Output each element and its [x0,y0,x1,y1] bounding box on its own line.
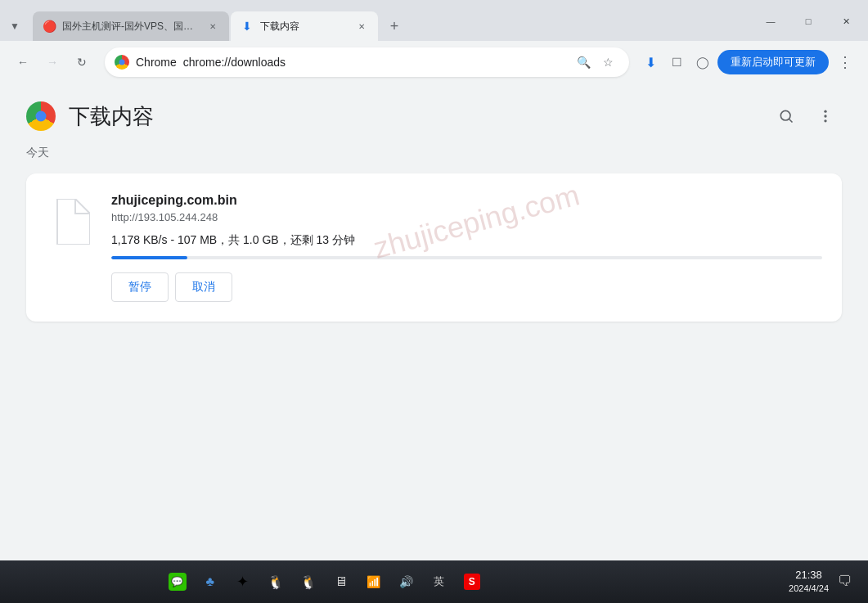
download-status: 1,178 KB/s - 107 MB，共 1.0 GB，还剩 13 分钟 [111,233,822,248]
pause-button[interactable]: 暂停 [111,272,169,302]
chrome-logo-small [115,55,129,70]
tab-active-2[interactable]: ⬇ 下载内容 ✕ [231,11,378,41]
progress-bar-fill [111,256,187,259]
wechat-icon[interactable]: 💬 [166,570,189,593]
tab-inactive-1[interactable]: 🔴 国外主机测评-国外VPS、国外... ✕ [33,11,229,41]
svg-point-0 [780,110,790,120]
taskbar-right: 21:38 2024/4/24 🗨 [789,568,855,596]
minimize-button[interactable]: — [752,8,789,34]
sparkle-icon[interactable]: ✦ [232,570,254,593]
progress-bar-container [111,256,822,259]
file-icon [46,193,95,250]
volume-icon[interactable]: 🔊 [395,570,418,593]
tab-title-2: 下载内容 [260,20,349,34]
svg-point-2 [824,110,826,113]
svg-line-1 [789,119,793,123]
new-tab-button[interactable]: + [383,15,406,38]
file-name: zhujiceping.com.bin [111,193,822,208]
display-icon[interactable]: 🖥 [330,570,353,593]
wifi-icon[interactable]: 📶 [362,570,385,593]
download-info: zhujiceping.com.bin http://193.105.244.2… [111,193,822,302]
page-header-right [770,100,842,133]
chrome-label: Chrome [136,56,177,69]
qq-icon-1[interactable]: 🐧 [264,570,287,593]
language-icon[interactable]: 英 [428,570,451,593]
address-bar-icons: 🔍 ☆ [572,51,619,74]
download-card: zhujiceping.com.bin http://193.105.244.2… [26,173,842,322]
download-tab-icon: ⬇ [241,20,254,33]
close-button[interactable]: ✕ [827,8,865,34]
bluetooth-icon[interactable]: ♣ [199,570,222,593]
bookmark-icon[interactable]: ☆ [596,51,619,74]
address-bar[interactable]: Chrome chrome://downloads 🔍 ☆ [105,47,629,77]
notification-button[interactable]: 🗨 [835,572,855,592]
tab-close-1[interactable]: ✕ [206,20,219,33]
qq-symbol-2: 🐧 [300,574,317,590]
title-bar: ▼ 🔴 国外主机测评-国外VPS、国外... ✕ ⬇ 下载内容 ✕ + — □ … [0,0,868,41]
svg-point-3 [824,115,826,117]
forward-button[interactable]: → [39,49,65,75]
wechat-app-icon: 💬 [169,573,187,591]
display-symbol: 🖥 [335,574,348,589]
cancel-button[interactable]: 取消 [175,272,232,302]
page-more-button[interactable] [809,100,842,133]
page-chrome-logo [26,101,56,131]
clock-display[interactable]: 21:38 2024/4/24 [789,568,829,596]
window-controls: — □ ✕ [752,8,868,41]
page-header-left: 下载内容 [26,101,154,131]
maximize-button[interactable]: □ [789,8,827,34]
date-display: 2024/4/24 [789,583,829,595]
file-url: http://193.105.244.248 [111,211,822,223]
url-text: chrome://downloads [183,56,565,69]
qq-symbol-1: 🐧 [268,574,284,590]
tab-favicon-1: 🔴 [43,20,56,33]
download-indicator[interactable]: ⬇ [639,51,662,74]
colorful-symbol: ✦ [236,573,249,591]
back-button[interactable]: ← [10,49,36,75]
page-header: 下载内容 [0,83,868,146]
download-buttons: 暂停 取消 [111,272,822,302]
wifi-symbol: 📶 [367,575,380,588]
notification-icon: 🗨 [838,573,852,590]
navigation-bar: ← → ↻ Chrome chrome://downloads 🔍 ☆ ⬇ ☐ … [0,41,868,83]
section-date: 今天 [26,146,842,160]
update-button[interactable]: 重新启动即可更新 [717,50,829,74]
downloads-section: 今天 zhujiceping.com.bin http://193.105.24… [0,146,868,560]
svg-point-4 [824,119,826,122]
page-search-button[interactable] [770,100,803,133]
tab-close-2[interactable]: ✕ [355,20,368,33]
download-arrow-icon: ⬇ [242,20,252,33]
taskbar: 💬 ♣ ✦ 🐧 🐧 🖥 📶 🔊 英 [0,560,868,603]
bluetooth-symbol: ♣ [205,574,214,589]
page-title: 下载内容 [69,102,154,131]
language-symbol: 英 [434,574,444,589]
tab-scroll-btn[interactable]: ▼ [3,11,26,41]
sogou-symbol: S [464,574,480,590]
taskbar-icons: 💬 ♣ ✦ 🐧 🐧 🖥 📶 🔊 英 [166,570,483,593]
reload-button[interactable]: ↻ [69,49,95,75]
page-content: zhujiceping.com 下载内容 今天 [0,83,868,560]
profile-icon[interactable]: ◯ [691,51,714,74]
volume-symbol: 🔊 [399,575,413,588]
time-display: 21:38 [789,568,829,583]
qq-icon-2[interactable]: 🐧 [297,570,320,593]
sogou-icon[interactable]: S [461,570,483,593]
search-icon[interactable]: 🔍 [572,51,595,74]
tab-title-1: 国外主机测评-国外VPS、国外... [62,20,200,34]
more-options-button[interactable]: ⋮ [832,49,858,75]
reader-mode-icon[interactable]: ☐ [665,51,688,74]
